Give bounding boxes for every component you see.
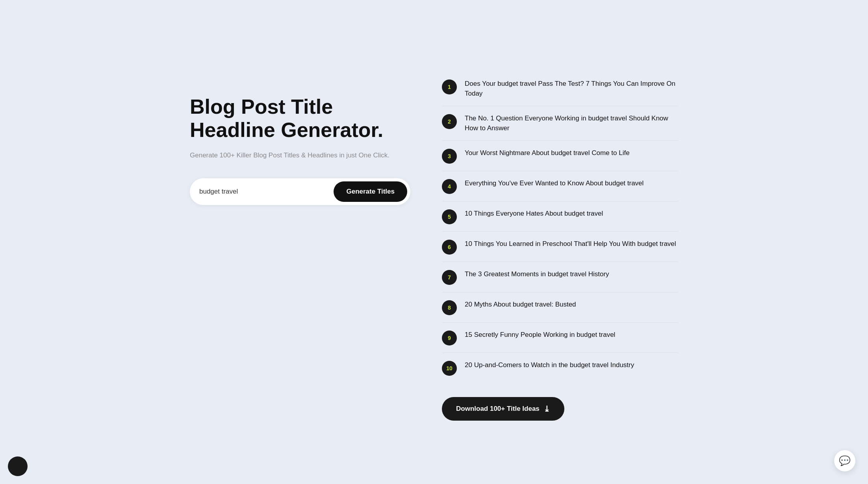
title-text: The 3 Greatest Moments in budget travel … xyxy=(465,269,609,279)
number-badge: 4 xyxy=(442,179,457,194)
chat-icon: 💬 xyxy=(839,455,851,466)
number-badge: 5 xyxy=(442,209,457,224)
download-button[interactable]: Download 100+ Title Ideas ⤓ xyxy=(442,397,564,421)
list-item: 3Your Worst Nightmare About budget trave… xyxy=(442,141,678,171)
number-badge: 3 xyxy=(442,149,457,164)
number-badge: 7 xyxy=(442,270,457,285)
list-item: 510 Things Everyone Hates About budget t… xyxy=(442,201,678,232)
chat-bubble[interactable]: 💬 xyxy=(834,450,855,471)
title-text: The No. 1 Question Everyone Working in b… xyxy=(465,113,678,133)
title-text: 15 Secretly Funny People Working in budg… xyxy=(465,330,615,340)
list-item: 4Everything You've Ever Wanted to Know A… xyxy=(442,171,678,201)
number-badge: 1 xyxy=(442,79,457,94)
main-container: Blog Post Title Headline Generator. Gene… xyxy=(158,40,710,444)
list-item: 1020 Up-and-Comers to Watch in the budge… xyxy=(442,353,678,383)
number-badge: 9 xyxy=(442,331,457,345)
number-badge: 2 xyxy=(442,114,457,129)
titles-list: 1Does Your budget travel Pass The Test? … xyxy=(442,72,678,383)
list-item: 2The No. 1 Question Everyone Working in … xyxy=(442,106,678,141)
keyword-input[interactable] xyxy=(199,185,334,199)
list-item: 915 Secretly Funny People Working in bud… xyxy=(442,323,678,353)
download-button-label: Download 100+ Title Ideas xyxy=(456,405,540,413)
list-item: 610 Things You Learned in Preschool That… xyxy=(442,232,678,262)
right-panel: 1Does Your budget travel Pass The Test? … xyxy=(442,64,678,421)
generate-button[interactable]: Generate Titles xyxy=(334,181,407,202)
list-item: 820 Myths About budget travel: Busted xyxy=(442,292,678,323)
title-text: 10 Things You Learned in Preschool That'… xyxy=(465,239,676,249)
left-panel: Blog Post Title Headline Generator. Gene… xyxy=(190,64,410,205)
main-heading: Blog Post Title Headline Generator. xyxy=(190,95,410,142)
title-text: 20 Up-and-Comers to Watch in the budget … xyxy=(465,360,634,370)
input-row: Generate Titles xyxy=(190,178,410,205)
subtitle-text: Generate 100+ Killer Blog Post Titles & … xyxy=(190,151,410,159)
title-text: 10 Things Everyone Hates About budget tr… xyxy=(465,209,603,219)
number-badge: 10 xyxy=(442,361,457,376)
list-item: 1Does Your budget travel Pass The Test? … xyxy=(442,72,678,106)
download-icon: ⤓ xyxy=(543,404,550,414)
bottom-left-badge xyxy=(8,456,28,476)
title-text: Everything You've Ever Wanted to Know Ab… xyxy=(465,178,644,188)
number-badge: 6 xyxy=(442,240,457,255)
title-text: 20 Myths About budget travel: Busted xyxy=(465,299,576,310)
list-item: 7The 3 Greatest Moments in budget travel… xyxy=(442,262,678,292)
number-badge: 8 xyxy=(442,300,457,315)
title-text: Does Your budget travel Pass The Test? 7… xyxy=(465,79,678,99)
title-text: Your Worst Nightmare About budget travel… xyxy=(465,148,630,158)
